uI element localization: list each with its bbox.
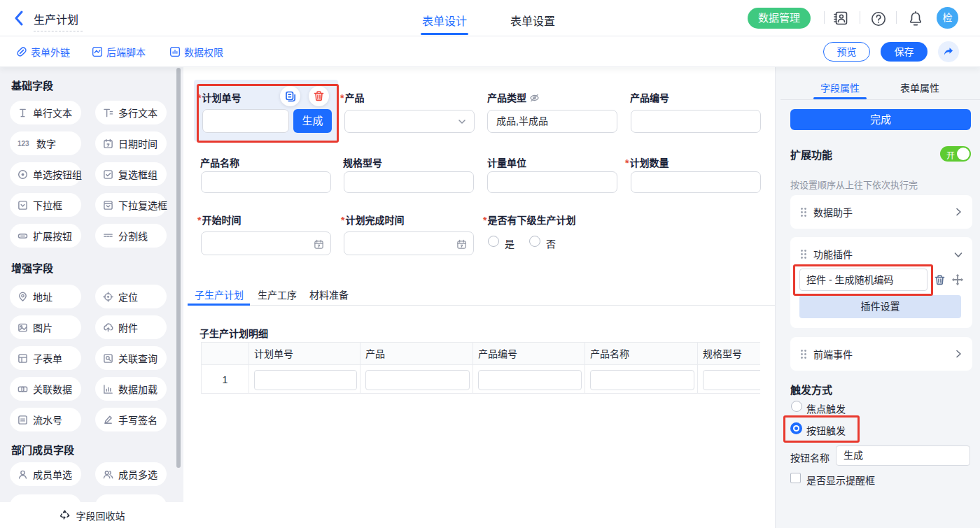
svg-text:123: 123	[18, 140, 29, 147]
